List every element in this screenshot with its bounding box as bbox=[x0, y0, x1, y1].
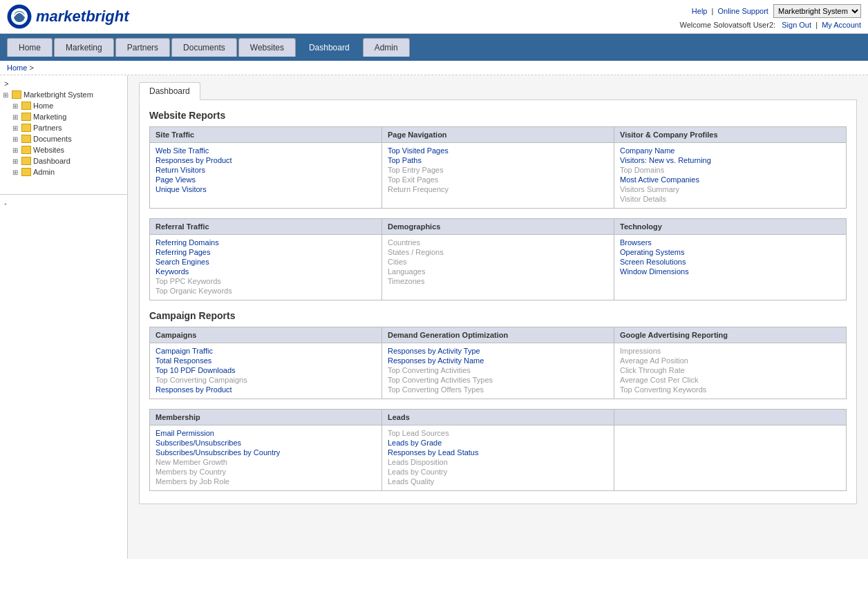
visitor-details-disabled: Visitor Details bbox=[620, 195, 840, 203]
email-permission-link[interactable]: Email Permission bbox=[155, 429, 376, 437]
members-by-job-disabled: Members by Job Role bbox=[155, 477, 376, 486]
my-account-link[interactable]: My Account bbox=[822, 21, 861, 29]
sidebar-divider bbox=[0, 194, 127, 195]
company-name-link[interactable]: Company Name bbox=[620, 146, 840, 155]
folder-icon-websites bbox=[21, 146, 31, 154]
help-link[interactable]: Help bbox=[692, 7, 708, 15]
folder-icon-marketing bbox=[21, 113, 31, 121]
google-ads-header: Google Advertising Reporting bbox=[614, 327, 847, 343]
nav-tab-marketing[interactable]: Marketing bbox=[54, 38, 114, 57]
google-ads-links: Impressions Average Ad Position Click Th… bbox=[614, 343, 847, 399]
referral-traffic-links: Referring Domains Referring Pages Search… bbox=[150, 235, 382, 300]
sidebar-label-partners: Partners bbox=[33, 124, 62, 132]
sidebar-item-websites[interactable]: ⊞ Websites bbox=[0, 144, 127, 155]
system-select[interactable]: Marketbright System bbox=[773, 4, 861, 18]
nav-tab-documents[interactable]: Documents bbox=[171, 38, 237, 57]
top10-pdf-link[interactable]: Top 10 PDF Downloads bbox=[155, 366, 376, 374]
responses-by-product-campaign-link[interactable]: Responses by Product bbox=[155, 385, 376, 394]
logo: marketbright bbox=[7, 4, 129, 29]
top-paths-link[interactable]: Top Paths bbox=[388, 156, 608, 164]
expand-icon-marketing: ⊞ bbox=[12, 113, 19, 121]
sidebar-item-dashboard[interactable]: ⊞ Dashboard bbox=[0, 155, 127, 166]
leads-header: Leads bbox=[382, 410, 614, 425]
top-converting-activities-disabled: Top Converting Activities bbox=[388, 366, 608, 374]
expand-icon-documents: ⊞ bbox=[12, 135, 19, 143]
return-frequency-disabled: Return Frequency bbox=[388, 185, 608, 193]
dashboard-tab-label[interactable]: Dashboard bbox=[139, 82, 200, 100]
visitor-company-header: Visitor & Company Profiles bbox=[614, 127, 847, 143]
unique-visitors-link[interactable]: Unique Visitors bbox=[155, 185, 376, 193]
leads-by-country-disabled: Leads by Country bbox=[388, 468, 608, 476]
avg-ad-position-disabled: Average Ad Position bbox=[620, 356, 840, 365]
breadcrumb-home[interactable]: Home bbox=[7, 64, 27, 72]
window-dimensions-link[interactable]: Window Dimensions bbox=[620, 267, 840, 276]
top-converting-types-disabled: Top Converting Activities Types bbox=[388, 376, 608, 384]
nav-tab-home[interactable]: Home bbox=[7, 38, 53, 57]
folder-icon-partners bbox=[21, 124, 31, 132]
page-views-link[interactable]: Page Views bbox=[155, 175, 376, 184]
logo-text: marketbright bbox=[36, 8, 129, 26]
sidebar-item-marketbright[interactable]: ⊞ Marketbright System bbox=[0, 89, 127, 100]
membership-leads-table: Membership Leads Email Permission Subscr… bbox=[149, 409, 847, 491]
leads-by-grade-link[interactable]: Leads by Grade bbox=[388, 439, 608, 447]
total-responses-link[interactable]: Total Responses bbox=[155, 356, 376, 365]
subscribes-by-country-link[interactable]: Subscribes/Unsubscribes by Country bbox=[155, 448, 376, 457]
nav-tab-admin[interactable]: Admin bbox=[363, 38, 410, 57]
page-navigation-header: Page Navigation bbox=[382, 127, 614, 143]
operating-systems-link[interactable]: Operating Systems bbox=[620, 248, 840, 256]
search-engines-link[interactable]: Search Engines bbox=[155, 258, 376, 266]
folder-icon-home bbox=[21, 102, 31, 110]
content-body: Website Reports Site Traffic Page Naviga… bbox=[139, 99, 857, 504]
most-active-companies-link[interactable]: Most Active Companies bbox=[620, 175, 840, 184]
demographics-links: Countries States / Regions Cities Langua… bbox=[382, 235, 614, 300]
responses-lead-status-link[interactable]: Responses by Lead Status bbox=[388, 448, 608, 457]
sidebar-label-home: Home bbox=[33, 102, 53, 110]
responses-activity-name-link[interactable]: Responses by Activity Name bbox=[388, 356, 608, 365]
sidebar-item-home[interactable]: ⊞ Home bbox=[0, 100, 127, 111]
sidebar-item-admin[interactable]: ⊞ Admin bbox=[0, 166, 127, 178]
nav-tab-partners[interactable]: Partners bbox=[115, 38, 170, 57]
responses-activity-type-link[interactable]: Responses by Activity Type bbox=[388, 347, 608, 355]
sidebar-item-documents[interactable]: ⊞ Documents bbox=[0, 133, 127, 144]
sidebar-label-marketing: Marketing bbox=[33, 113, 66, 121]
sidebar-toggle[interactable]: > bbox=[0, 78, 127, 89]
nav-tab-websites[interactable]: Websites bbox=[238, 38, 296, 57]
responses-by-product-link[interactable]: Responses by Product bbox=[155, 156, 376, 164]
campaign-traffic-link[interactable]: Campaign Traffic bbox=[155, 347, 376, 355]
avg-cost-disabled: Average Cost Per Click bbox=[620, 376, 840, 384]
states-disabled: States / Regions bbox=[388, 248, 608, 256]
logo-icon bbox=[7, 4, 32, 29]
membership-links: Email Permission Subscribes/Unsubscribes… bbox=[150, 425, 382, 491]
top-entry-pages-disabled: Top Entry Pages bbox=[388, 166, 608, 174]
nav-tab-dashboard[interactable]: Dashboard bbox=[297, 38, 361, 57]
demographics-header: Demographics bbox=[382, 219, 614, 235]
expand-icon-home: ⊞ bbox=[12, 102, 19, 110]
sidebar-item-marketing[interactable]: ⊞ Marketing bbox=[0, 111, 127, 122]
browsers-link[interactable]: Browsers bbox=[620, 238, 840, 247]
content: Dashboard Website Reports Site Traffic P… bbox=[128, 75, 868, 559]
cities-disabled: Cities bbox=[388, 258, 608, 266]
page-navigation-links: Top Visited Pages Top Paths Top Entry Pa… bbox=[382, 143, 614, 209]
expand-icon-admin: ⊞ bbox=[12, 169, 19, 176]
online-support-link[interactable]: Online Support bbox=[718, 7, 768, 15]
keywords-link[interactable]: Keywords bbox=[155, 267, 376, 276]
referring-domains-link[interactable]: Referring Domains bbox=[155, 238, 376, 247]
web-site-traffic-link[interactable]: Web Site Traffic bbox=[155, 146, 376, 155]
expand-icon-websites: ⊞ bbox=[12, 146, 19, 154]
sign-out-link[interactable]: Sign Out bbox=[782, 21, 811, 29]
sidebar-tree: ⊞ Marketbright System ⊞ Home ⊞ Marketing bbox=[0, 89, 127, 209]
subscribes-link[interactable]: Subscribes/Unsubscribes bbox=[155, 439, 376, 447]
countries-disabled: Countries bbox=[388, 238, 608, 247]
return-visitors-link[interactable]: Return Visitors bbox=[155, 166, 376, 174]
sidebar-label: Marketbright System bbox=[23, 90, 93, 99]
referral-traffic-header: Referral Traffic bbox=[150, 219, 382, 235]
sidebar-item-partners[interactable]: ⊞ Partners bbox=[0, 122, 127, 133]
visitors-new-returning-link[interactable]: Visitors: New vs. Returning bbox=[620, 156, 840, 164]
header-right: Help | Online Support Marketbright Syste… bbox=[679, 4, 861, 29]
top-visited-pages-link[interactable]: Top Visited Pages bbox=[388, 146, 608, 155]
folder-icon-dashboard bbox=[21, 157, 31, 165]
nav-bar: Home Marketing Partners Documents Websit… bbox=[0, 34, 868, 57]
sidebar-label-admin: Admin bbox=[33, 168, 55, 176]
referring-pages-link[interactable]: Referring Pages bbox=[155, 248, 376, 256]
screen-resolutions-link[interactable]: Screen Resolutions bbox=[620, 258, 840, 266]
